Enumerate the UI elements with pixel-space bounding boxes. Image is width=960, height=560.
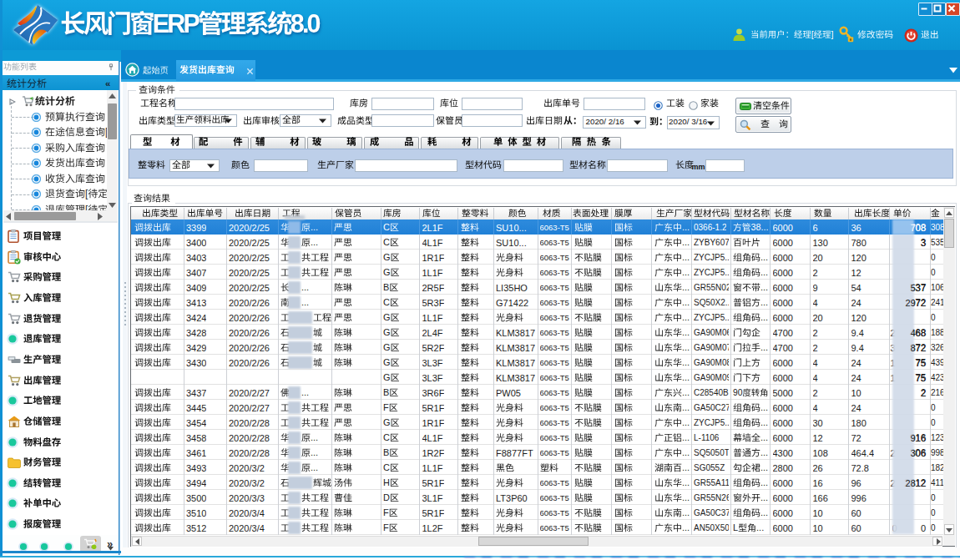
svg-text:[: [ xyxy=(811,30,814,39)
svg-text:...: ... xyxy=(760,267,768,277)
svg-text:...: ... xyxy=(760,297,768,307)
svg-text:38...: 38... xyxy=(751,222,769,232)
svg-text:...: ... xyxy=(760,342,768,352)
svg-text:...: ... xyxy=(681,492,689,502)
svg-text:...: ... xyxy=(760,282,768,292)
svg-text:L: L xyxy=(733,522,738,532)
svg-text:G: G xyxy=(383,357,391,367)
svg-text:G: G xyxy=(383,342,391,352)
svg-text:...: ... xyxy=(681,447,689,457)
svg-text:D: D xyxy=(383,492,390,502)
svg-text:...: ... xyxy=(311,237,318,247)
svg-text:C: C xyxy=(383,462,390,472)
svg-text:G: G xyxy=(383,312,391,322)
svg-text:...: ... xyxy=(760,477,768,487)
svg-text:...: ... xyxy=(681,372,689,382)
svg-text:[: [ xyxy=(85,188,88,199)
svg-text:...: ... xyxy=(681,282,689,292)
svg-text:...: ... xyxy=(681,312,689,322)
svg-text:C: C xyxy=(383,297,390,307)
svg-text:...: ... xyxy=(681,222,689,232)
svg-text:...: ... xyxy=(681,267,689,277)
svg-text:G: G xyxy=(383,252,391,262)
svg-text:...: ... xyxy=(301,282,309,292)
svg-text:...: ... xyxy=(681,462,689,472)
svg-text:...: ... xyxy=(681,522,689,532)
svg-text:F: F xyxy=(383,522,389,532)
svg-text:G: G xyxy=(383,372,391,382)
svg-text:...: ... xyxy=(760,447,768,457)
svg-text:G: G xyxy=(383,267,391,277)
svg-text:...: ... xyxy=(760,492,768,502)
svg-text:B: B xyxy=(383,282,389,292)
svg-text:...: ... xyxy=(681,237,689,247)
svg-text:C: C xyxy=(383,432,390,442)
svg-text:...: ... xyxy=(311,432,318,442)
svg-text:...: ... xyxy=(681,297,689,307)
svg-text:...: ... xyxy=(760,312,768,322)
svg-text:H: H xyxy=(383,477,390,487)
svg-text:C: C xyxy=(383,237,390,247)
svg-text:...: ... xyxy=(760,417,768,427)
svg-text:B: B xyxy=(383,387,389,397)
svg-text:...: ... xyxy=(301,297,309,307)
svg-text:...: ... xyxy=(681,252,689,262)
svg-text:...: ... xyxy=(681,432,689,442)
svg-text:...: ... xyxy=(311,222,318,232)
svg-text:...: ... xyxy=(681,327,689,337)
svg-text:...: ... xyxy=(681,402,689,412)
svg-text:...: ... xyxy=(311,462,318,472)
svg-text:...: ... xyxy=(760,432,768,442)
svg-text:...: ... xyxy=(681,357,689,367)
svg-text:...: ... xyxy=(760,402,768,412)
svg-text:...: ... xyxy=(681,417,689,427)
svg-text:...: ... xyxy=(756,522,764,532)
svg-text:...: ... xyxy=(681,342,689,352)
svg-text:F: F xyxy=(383,507,389,517)
svg-text:...: ... xyxy=(681,477,689,487)
svg-text:...: ... xyxy=(301,387,309,397)
svg-text:...: ... xyxy=(681,387,689,397)
svg-text:...: ... xyxy=(681,507,689,517)
svg-text:...: ... xyxy=(760,462,768,472)
svg-text:...: ... xyxy=(760,507,768,517)
svg-text:ERP: ERP xyxy=(152,9,200,38)
svg-text:...: ... xyxy=(760,252,768,262)
svg-text:B: B xyxy=(383,447,389,457)
svg-text:]: ] xyxy=(831,30,833,39)
svg-text:8.0: 8.0 xyxy=(290,9,320,38)
svg-text:G: G xyxy=(383,327,391,337)
svg-text:F: F xyxy=(383,402,389,412)
svg-text:90: 90 xyxy=(733,388,743,397)
svg-text:...: ... xyxy=(311,447,318,457)
svg-text:G: G xyxy=(383,417,391,427)
svg-text:C: C xyxy=(383,222,390,232)
